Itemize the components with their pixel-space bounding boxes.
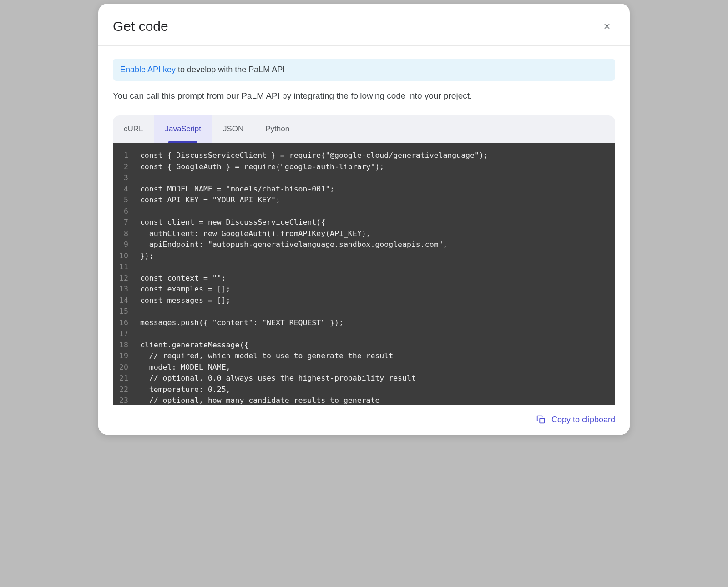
copy-icon bbox=[536, 415, 546, 425]
close-icon bbox=[602, 22, 612, 31]
tab-curl[interactable]: cURL bbox=[113, 115, 154, 143]
tab-python[interactable]: Python bbox=[254, 115, 300, 143]
get-code-modal: Get code Enable API key to develop with … bbox=[98, 4, 630, 435]
tab-json[interactable]: JSON bbox=[212, 115, 254, 143]
info-banner: Enable API key to develop with the PaLM … bbox=[113, 59, 615, 81]
banner-text-rest: to develop with the PaLM API bbox=[176, 65, 285, 74]
modal-header: Get code bbox=[98, 4, 630, 46]
svg-rect-2 bbox=[540, 418, 544, 423]
code-block: 1 2 3 4 5 6 7 8 9 10 11 12 13 14 15 16 1… bbox=[113, 143, 615, 405]
copy-label: Copy to clipboard bbox=[551, 415, 615, 425]
code-content[interactable]: const { DiscussServiceClient } = require… bbox=[132, 143, 615, 405]
modal-body: Enable API key to develop with the PaLM … bbox=[98, 46, 630, 405]
modal-footer: Copy to clipboard bbox=[98, 405, 630, 435]
tab-javascript[interactable]: JavaScript bbox=[154, 115, 212, 143]
code-container: cURLJavaScriptJSONPython 1 2 3 4 5 6 7 8… bbox=[113, 115, 615, 405]
tabs: cURLJavaScriptJSONPython bbox=[113, 115, 615, 143]
copy-to-clipboard-button[interactable]: Copy to clipboard bbox=[536, 415, 615, 425]
line-numbers: 1 2 3 4 5 6 7 8 9 10 11 12 13 14 15 16 1… bbox=[113, 143, 132, 405]
enable-api-key-link[interactable]: Enable API key bbox=[120, 65, 176, 74]
close-button[interactable] bbox=[599, 18, 615, 35]
modal-title: Get code bbox=[113, 19, 168, 34]
description-text: You can call this prompt from our PaLM A… bbox=[113, 91, 615, 101]
